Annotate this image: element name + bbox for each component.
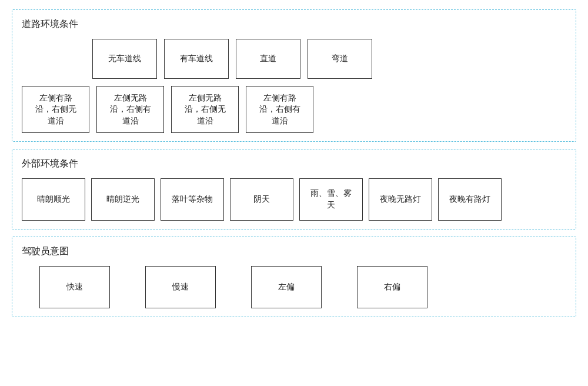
- external-conditions-title: 外部环境条件: [22, 158, 566, 170]
- road-item-no-curbs[interactable]: 左侧无路沿，右侧无道沿: [171, 86, 239, 133]
- driver-item-fast[interactable]: 快速: [39, 266, 110, 308]
- driver-row: 快速 慢速 左偏 右偏: [22, 266, 566, 308]
- ext-item-night-no-light[interactable]: 夜晚无路灯: [369, 178, 432, 221]
- road-row1: 无车道线 有车道线 直道 弯道: [22, 39, 566, 79]
- ext-item-night-with-light[interactable]: 夜晚有路灯: [438, 178, 502, 221]
- external-conditions-section: 外部环境条件 晴朗顺光 晴朗逆光 落叶等杂物 阴天 雨、雪、雾天 夜晚无路灯 夜…: [12, 149, 576, 229]
- ext-item-leaves-debris[interactable]: 落叶等杂物: [161, 178, 224, 221]
- road-item-no-lane[interactable]: 无车道线: [92, 39, 157, 79]
- driver-intent-title: 驾驶员意图: [22, 245, 566, 258]
- road-item-no-left-right-curb[interactable]: 左侧无路沿，右侧有道沿: [96, 86, 164, 133]
- road-item-straight[interactable]: 直道: [236, 39, 300, 79]
- ext-item-sunny-forward[interactable]: 晴朗顺光: [22, 178, 85, 221]
- driver-item-slow[interactable]: 慢速: [145, 266, 216, 308]
- road-item-curve[interactable]: 弯道: [308, 39, 372, 79]
- driver-intent-section: 驾驶员意图 快速 慢速 左偏 右偏: [12, 237, 576, 317]
- road-item-left-curb-no-right[interactable]: 左侧有路沿，右侧无道沿: [22, 86, 89, 133]
- road-item-both-curbs[interactable]: 左侧有路沿，右侧有道沿: [246, 86, 313, 133]
- road-conditions-title: 道路环境条件: [22, 18, 566, 31]
- driver-item-left[interactable]: 左偏: [251, 266, 322, 308]
- road-item-with-lane[interactable]: 有车道线: [164, 39, 229, 79]
- road-conditions-section: 道路环境条件 无车道线 有车道线 直道 弯道 左侧有路沿，右侧无道沿 左侧无路沿…: [12, 9, 576, 142]
- ext-item-cloudy[interactable]: 阴天: [230, 178, 293, 221]
- main-container: 道路环境条件 无车道线 有车道线 直道 弯道 左侧有路沿，右侧无道沿 左侧无路沿…: [0, 0, 588, 386]
- ext-item-rain-snow-fog[interactable]: 雨、雪、雾天: [299, 178, 363, 221]
- driver-item-right[interactable]: 右偏: [357, 266, 427, 308]
- external-row: 晴朗顺光 晴朗逆光 落叶等杂物 阴天 雨、雪、雾天 夜晚无路灯 夜晚有路灯: [22, 178, 566, 221]
- ext-item-sunny-backlight[interactable]: 晴朗逆光: [91, 178, 155, 221]
- road-row2: 左侧有路沿，右侧无道沿 左侧无路沿，右侧有道沿 左侧无路沿，右侧无道沿 左侧有路…: [22, 86, 566, 133]
